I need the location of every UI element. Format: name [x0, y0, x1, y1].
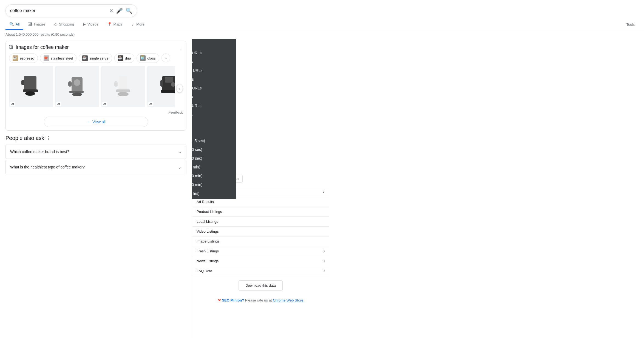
paa-more-icon[interactable]: ⋮: [46, 136, 51, 141]
svg-point-2: [25, 91, 35, 96]
search-submit-icon[interactable]: 🔍: [126, 7, 132, 14]
tab-all[interactable]: 🔍 All: [5, 19, 23, 30]
dropdown-overlay: All Local Listings All Video Listing URL…: [192, 39, 236, 199]
svg-rect-12: [114, 81, 118, 87]
left-content: 🖼 Images for coffee maker ⋮ ☕ espresso 🫖…: [0, 39, 192, 338]
tab-videos[interactable]: ▶ Videos: [79, 19, 102, 30]
dropdown-item-paa-2[interactable]: ✓ PAA (2 levels - 5 sec): [192, 136, 236, 145]
search-input[interactable]: [10, 8, 109, 13]
paa-expand-icon-2: ⌄: [178, 164, 182, 170]
filter-chips: ☕ espresso 🫖 stainless steel ☕ single se…: [9, 53, 183, 63]
svg-rect-16: [160, 80, 163, 87]
svg-point-6: [72, 92, 82, 96]
svg-rect-10: [116, 89, 130, 92]
images-more-button[interactable]: ⋮: [179, 45, 183, 50]
heart-icon: ❤: [218, 298, 221, 302]
image-section-icon: 🖼: [9, 45, 13, 50]
seo-brand-name: SEO Minion?: [222, 298, 244, 302]
videos-icon: ▶: [83, 22, 86, 26]
tab-more[interactable]: ⋮ More: [127, 19, 148, 30]
tab-maps[interactable]: 📍 Maps: [103, 19, 126, 30]
seo-footer: ❤ SEO Minion? Please rate us at Chrome W…: [192, 295, 329, 306]
dropdown-item-all-image-urls[interactable]: All Image Listing URLs: [192, 66, 236, 75]
dropdown-item-paa-5[interactable]: PAA (5 levels - 2 min): [192, 163, 236, 171]
download-button[interactable]: Download this data: [239, 280, 283, 291]
dropdown-item-faq-data[interactable]: FAQ Data: [192, 128, 236, 136]
paa-item-1[interactable]: Which coffee maker brand is best? ⌄: [5, 145, 186, 159]
dropdown-item-paa-7[interactable]: PAA (7 levels - 60 min): [192, 180, 236, 189]
chip-image-stainless: 🫖: [44, 55, 49, 61]
main-layout: 🖼 Images for coffee maker ⋮ ☕ espresso 🫖…: [0, 39, 644, 338]
chip-image-glass: 🫙: [140, 55, 146, 61]
paa-expand-icon-1: ⌄: [178, 149, 182, 155]
paa-section: People also ask ⋮ Which coffee maker bra…: [5, 135, 186, 174]
coffee-image-2[interactable]: 🏷: [55, 66, 99, 107]
tools-button[interactable]: Tools: [623, 20, 639, 29]
coffee-images-container: 🏷 🏷: [9, 66, 183, 111]
coffee-image-4[interactable]: 🏷: [147, 66, 175, 107]
seo-row-product-listings: Product Listings: [192, 207, 329, 217]
next-image-button[interactable]: ›: [176, 84, 183, 93]
tab-images[interactable]: 🖼 Images: [24, 19, 49, 30]
seo-row-faq-data: FAQ Data 0: [192, 266, 329, 276]
svg-rect-7: [68, 81, 72, 87]
paa-header: People also ask ⋮: [5, 135, 186, 141]
seo-row-news-listings: News Listings 0: [192, 256, 329, 266]
images-icon: 🖼: [28, 22, 32, 26]
filter-chip-glass[interactable]: 🫙 glass: [137, 53, 159, 63]
svg-point-11: [118, 92, 129, 96]
svg-rect-15: [165, 77, 173, 83]
chip-image-drip: ☕: [118, 55, 123, 61]
seo-row-video-listings: Video Listings: [192, 227, 329, 236]
search-icon: 🔍: [9, 22, 14, 26]
dropdown-item-all-video-urls[interactable]: All Video Listing URLs: [192, 49, 236, 57]
filter-chip-espresso[interactable]: ☕ espresso: [9, 53, 38, 63]
search-icons: ✕ 🎤 🔍: [109, 7, 132, 14]
view-all-button[interactable]: → View all: [44, 117, 148, 127]
dropdown-item-all-image-listings[interactable]: All Image Listings: [192, 75, 236, 84]
paa-item-2[interactable]: What is the healthiest type of coffee ma…: [5, 160, 186, 174]
dropdown-item-all-video-listings[interactable]: All Video Listings: [192, 57, 236, 66]
filter-chip-single-serve[interactable]: ☕ single serve: [79, 53, 112, 63]
results-count: About 1,540,000,000 results (0.90 second…: [0, 30, 644, 39]
dropdown-item-all-fresh-listings[interactable]: All Fresh Listings: [192, 92, 236, 101]
filter-chip-stainless[interactable]: 🫖 stainless steel: [40, 53, 77, 63]
dropdown-item-paa-6[interactable]: PAA (6 levels - 10 min): [192, 171, 236, 180]
feedback-label[interactable]: Feedback: [9, 111, 183, 114]
coffee-image-1[interactable]: 🏷: [9, 66, 53, 107]
seo-table: Organic Results 7 Ad Results Product Lis…: [192, 187, 329, 276]
filter-expand-button[interactable]: ⌄: [161, 53, 170, 62]
microphone-icon[interactable]: 🎤: [116, 7, 123, 14]
clear-search-icon[interactable]: ✕: [109, 8, 113, 14]
chip-image-single-serve: ☕: [82, 55, 88, 61]
search-box: ✕ 🎤 🔍: [5, 4, 137, 17]
svg-point-8: [74, 79, 80, 86]
images-header: 🖼 Images for coffee maker ⋮: [9, 44, 183, 50]
dropdown-item-paa-4[interactable]: PAA (4 levels - 30 sec): [192, 154, 236, 163]
dropdown-item-paa-8[interactable]: PAA (8 levels - 6 hrs): [192, 189, 236, 198]
maps-icon: 📍: [107, 22, 112, 26]
arrow-right-icon: →: [86, 120, 90, 124]
svg-rect-14: [161, 90, 175, 93]
images-section-title: Images for coffee maker: [16, 44, 69, 50]
seo-row-fresh-listings: Fresh Listings 0: [192, 246, 329, 256]
filter-chip-drip[interactable]: ☕ drip: [114, 53, 135, 63]
coffee-image-3[interactable]: 🏷: [101, 66, 145, 107]
right-panel: All Local Listings All Video Listing URL…: [192, 39, 329, 338]
dropdown-item-paa-3[interactable]: PAA (3 levels - 10 sec): [192, 145, 236, 154]
dropdown-item-all-fresh-urls[interactable]: All Fresh Listing URLs: [192, 84, 236, 92]
more-icon: ⋮: [131, 22, 135, 26]
shopping-icon: ◇: [54, 22, 57, 26]
chip-image-espresso: ☕: [13, 55, 18, 61]
dropdown-item-faq-urls[interactable]: FAQ URLs: [192, 119, 236, 128]
dropdown-item-all-news-urls[interactable]: All News Listing URLs: [192, 101, 236, 110]
seo-row-image-listings: Image Listings: [192, 236, 329, 246]
search-bar-area: ✕ 🎤 🔍: [0, 0, 644, 17]
seo-row-local-listings: Local Listings: [192, 217, 329, 227]
dropdown-item-all-local-listings[interactable]: All Local Listings: [192, 40, 236, 49]
svg-rect-3: [21, 80, 24, 85]
chrome-store-link[interactable]: Chrome Web Store: [273, 298, 303, 302]
dropdown-item-all-news-listings[interactable]: All News Listings: [192, 110, 236, 119]
nav-tabs: 🔍 All 🖼 Images ◇ Shopping ▶ Videos 📍 Map…: [0, 17, 644, 30]
tab-shopping[interactable]: ◇ Shopping: [50, 19, 78, 30]
